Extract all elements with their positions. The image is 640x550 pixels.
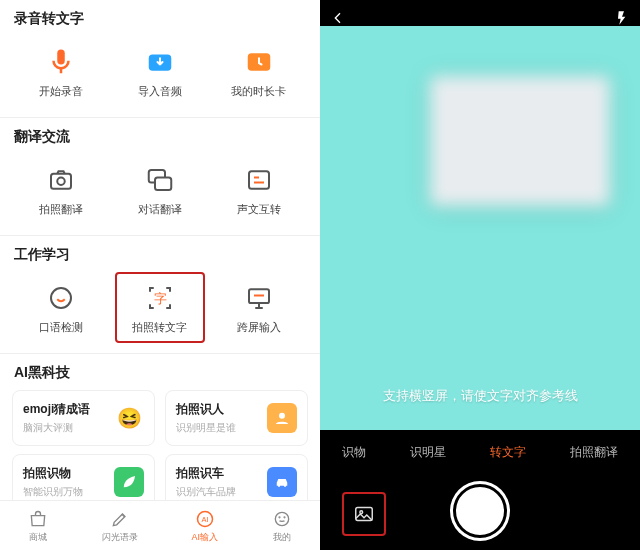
svg-text:字: 字 <box>153 291 166 306</box>
mall-icon <box>27 508 49 530</box>
svg-rect-6 <box>249 171 269 189</box>
photo-to-text-button[interactable]: 字 拍照转文字 <box>115 272 205 343</box>
svg-point-15 <box>276 512 289 525</box>
folder-icon <box>142 44 178 80</box>
chat-translate-icon <box>142 162 178 198</box>
photo-object-card[interactable]: 拍照识物 智能识别万物 <box>12 454 155 500</box>
speaking-icon <box>43 280 79 316</box>
ocr-icon: 字 <box>142 280 178 316</box>
clock-card-icon <box>241 44 277 80</box>
card-sub: 智能识别万物 <box>23 485 83 499</box>
nav-label: 我的 <box>273 531 291 544</box>
card-title: 拍照识车 <box>176 465 236 482</box>
gallery-button[interactable] <box>342 492 386 536</box>
import-audio-button[interactable]: 导入音频 <box>115 36 205 107</box>
nav-label: AI输入 <box>191 531 218 544</box>
shutter-button[interactable] <box>453 484 507 538</box>
cell-label: 导入音频 <box>138 84 182 99</box>
cell-label: 口语检测 <box>39 320 83 335</box>
nav-quotes[interactable]: 闪光语录 <box>102 508 138 544</box>
tab-celebrity[interactable]: 识明星 <box>410 444 446 461</box>
card-sub: 脑洞大评测 <box>23 421 90 435</box>
svg-point-3 <box>58 178 66 186</box>
translate-row: 拍照翻译 对话翻译 声文互转 <box>12 152 308 235</box>
card-title: 拍照识人 <box>176 401 236 418</box>
nav-ai-input[interactable]: AI AI输入 <box>191 508 218 544</box>
svg-text:AI: AI <box>201 515 208 524</box>
camera-mode-tabs: 识物 识明星 转文字 拍照翻译 <box>320 432 640 472</box>
record-row: 开始录音 导入音频 我的时长卡 <box>12 34 308 117</box>
emoji-idiom-card[interactable]: emoji猜成语 脑洞大评测 😆 <box>12 390 155 446</box>
speaking-check-button[interactable]: 口语检测 <box>16 272 106 343</box>
nav-label: 商城 <box>29 531 47 544</box>
svg-rect-2 <box>51 174 71 189</box>
photo-car-card[interactable]: 拍照识车 识别汽车品牌 <box>165 454 308 500</box>
car-icon <box>267 467 297 497</box>
ai-icon: AI <box>194 508 216 530</box>
nav-mine[interactable]: 我的 <box>271 508 293 544</box>
svg-rect-5 <box>155 178 171 191</box>
work-row: 口语检测 字 拍照转文字 跨屏输入 <box>12 270 308 353</box>
microphone-icon <box>43 44 79 80</box>
nav-mall[interactable]: 商城 <box>27 508 49 544</box>
divider <box>0 235 320 236</box>
leaf-icon <box>114 467 144 497</box>
bottom-nav: 商城 闪光语录 AI AI输入 我的 <box>0 500 320 550</box>
monitor-icon <box>241 280 277 316</box>
image-icon <box>353 503 375 525</box>
smile-icon <box>271 508 293 530</box>
preview-blur <box>430 76 610 206</box>
cell-label: 对话翻译 <box>138 202 182 217</box>
card-title: 拍照识物 <box>23 465 83 482</box>
photo-translate-button[interactable]: 拍照翻译 <box>16 154 106 225</box>
cell-label: 拍照转文字 <box>132 320 187 335</box>
pen-icon <box>109 508 131 530</box>
svg-point-10 <box>279 413 285 419</box>
voice-text-button[interactable]: 声文互转 <box>214 154 304 225</box>
voice-text-icon <box>241 162 277 198</box>
nav-label: 闪光语录 <box>102 531 138 544</box>
camera-translate-icon <box>43 162 79 198</box>
cell-label: 拍照翻译 <box>39 202 83 217</box>
alignment-hint: 支持横竖屏，请使文字对齐参考线 <box>320 387 640 405</box>
photo-person-card[interactable]: 拍照识人 识别明星是谁 <box>165 390 308 446</box>
cell-label: 我的时长卡 <box>231 84 286 99</box>
tab-to-text[interactable]: 转文字 <box>490 444 526 461</box>
section-title-ai: AI黑科技 <box>14 364 308 382</box>
card-title: emoji猜成语 <box>23 401 90 418</box>
camera-viewfinder: 支持横竖屏，请使文字对齐参考线 <box>320 26 640 430</box>
divider <box>0 117 320 118</box>
emoji-icon: 😆 <box>114 403 144 433</box>
svg-point-12 <box>284 485 286 487</box>
svg-point-16 <box>279 516 280 517</box>
dialog-translate-button[interactable]: 对话翻译 <box>115 154 205 225</box>
person-icon <box>267 403 297 433</box>
section-title-translate: 翻译交流 <box>14 128 308 146</box>
camera-controls <box>320 472 640 550</box>
divider <box>0 353 320 354</box>
section-title-record: 录音转文字 <box>14 10 308 28</box>
card-sub: 识别汽车品牌 <box>176 485 236 499</box>
svg-point-17 <box>284 516 285 517</box>
tab-photo-translate[interactable]: 拍照翻译 <box>570 444 618 461</box>
section-title-work: 工作学习 <box>14 246 308 264</box>
cell-label: 跨屏输入 <box>237 320 281 335</box>
tab-object[interactable]: 识物 <box>342 444 366 461</box>
svg-point-11 <box>278 485 280 487</box>
svg-point-7 <box>51 288 71 308</box>
start-record-button[interactable]: 开始录音 <box>16 36 106 107</box>
cell-label: 开始录音 <box>39 84 83 99</box>
card-sub: 识别明星是谁 <box>176 421 236 435</box>
cell-label: 声文互转 <box>237 202 281 217</box>
cross-screen-button[interactable]: 跨屏输入 <box>214 272 304 343</box>
time-card-button[interactable]: 我的时长卡 <box>214 36 304 107</box>
